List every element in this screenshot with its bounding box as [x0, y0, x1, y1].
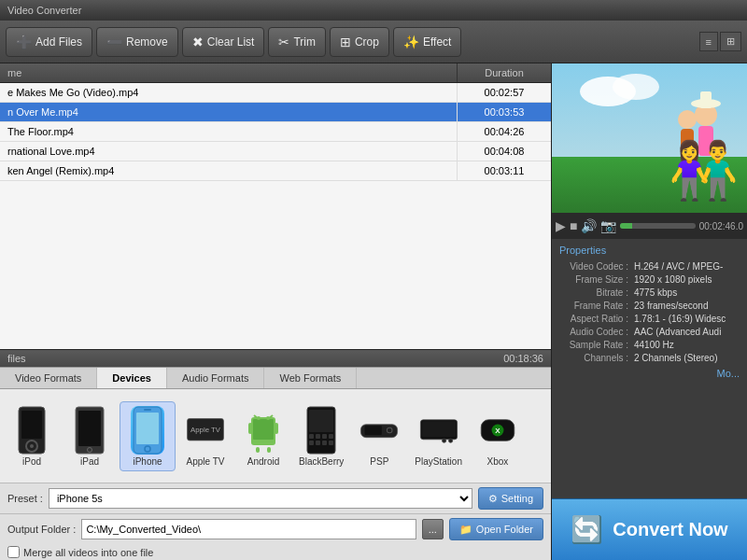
open-folder-button[interactable]: 📁 Open Folder: [449, 518, 543, 540]
prop-val-framesize: 1920 x 1080 pixels: [634, 274, 740, 285]
remove-button[interactable]: ➖ Remove: [96, 27, 178, 57]
tab-audio-formats[interactable]: Audio Formats: [167, 368, 265, 388]
output-path-input[interactable]: [81, 519, 416, 539]
merge-checkbox[interactable]: [7, 546, 20, 558]
svg-rect-26: [316, 434, 320, 439]
xbox-icon: X: [478, 406, 517, 455]
device-item-appletv[interactable]: Apple TV Apple TV: [177, 402, 233, 470]
clear-list-icon: ✖: [192, 35, 204, 49]
xbox-label: Xbox: [487, 456, 509, 467]
col-name-header: me: [0, 63, 458, 82]
preset-select[interactable]: iPhone 5s iPhone 6 iPhone 6 Plus iPhone …: [49, 488, 472, 509]
title-bar: Video Converter: [0, 0, 747, 21]
svg-point-3: [30, 444, 34, 448]
properties-section: Properties Video Codec : H.264 / AVC / M…: [552, 239, 747, 498]
svg-rect-21: [256, 447, 260, 453]
property-row: Frame Size : 1920 x 1080 pixels: [559, 274, 740, 285]
crop-button[interactable]: ⊞ Crop: [330, 27, 389, 57]
android-label: Android: [247, 456, 279, 467]
device-item-android[interactable]: Android: [235, 402, 291, 470]
preview-controls: ▶ ■ 🔊 📷 00:02:46.0: [552, 213, 747, 239]
file-list-container: me Duration e Makes Me Go (Video).mp4 00…: [0, 63, 551, 367]
device-item-xbox[interactable]: X Xbox: [470, 402, 526, 470]
play-button[interactable]: ▶: [556, 218, 566, 233]
property-row: Sample Rate : 44100 Hz: [559, 340, 740, 350]
psp-icon: [359, 406, 399, 455]
tab-headers: Video Formats Devices Audio Formats Web …: [0, 368, 551, 389]
svg-rect-1: [21, 411, 42, 439]
prop-val-videocodec: H.264 / AVC / MPEG-: [634, 261, 740, 272]
device-tabs-area: Video Formats Devices Audio Formats Web …: [0, 367, 551, 483]
file-list: e Makes Me Go (Video).mp4 00:02:57 n Ove…: [0, 83, 551, 349]
property-row: Frame Rate : 23 frames/second: [559, 301, 740, 311]
android-icon: [244, 406, 283, 455]
tab-devices[interactable]: Devices: [97, 368, 167, 388]
right-panel: ▶ ■ 🔊 📷 00:02:46.0 Properties Video Code…: [551, 63, 747, 560]
view-buttons: ≡ ⊞: [699, 32, 741, 51]
table-row[interactable]: The Floor.mp4 00:04:26: [0, 122, 551, 142]
crop-icon: ⊞: [340, 35, 351, 49]
table-row[interactable]: e Makes Me Go (Video).mp4 00:02:57: [0, 83, 551, 103]
tab-web-formats[interactable]: Web Formats: [264, 368, 357, 388]
grid-view-button[interactable]: ⊞: [720, 32, 741, 51]
property-row: Video Codec : H.264 / AVC / MPEG-: [559, 261, 740, 272]
device-item-playstation[interactable]: PlayStation: [409, 402, 468, 470]
device-item-ipad[interactable]: iPad: [62, 402, 118, 470]
svg-rect-19: [248, 423, 252, 434]
property-row: Bitrate : 4775 kbps: [559, 287, 740, 298]
psp-label: PSP: [370, 456, 388, 467]
prop-key-aspectratio: Aspect Ratio :: [559, 314, 634, 324]
toolbar: ➕ Add Files ➖ Remove ✖ Clear List ✂ Trim…: [0, 21, 747, 63]
prop-val-samplerate: 44100 Hz: [634, 340, 740, 350]
ipod-icon: [12, 406, 51, 455]
progress-bar[interactable]: [620, 223, 695, 229]
iphone-icon: [131, 406, 164, 455]
svg-rect-10: [144, 409, 151, 411]
svg-rect-25: [309, 434, 314, 439]
convert-now-button[interactable]: 🔄 Convert Now: [552, 498, 747, 560]
ipod-label: iPod: [22, 456, 41, 467]
svg-rect-24: [309, 410, 333, 432]
svg-rect-30: [322, 441, 327, 445]
output-browse-button[interactable]: ...: [422, 519, 444, 539]
device-item-blackberry[interactable]: BlackBerry: [293, 402, 349, 470]
svg-rect-22: [267, 447, 271, 453]
device-item-ipod[interactable]: iPod: [4, 402, 60, 470]
effect-button[interactable]: ✨ Effect: [393, 27, 461, 57]
clear-list-button[interactable]: ✖ Clear List: [182, 27, 265, 57]
prop-key-framerate: Frame Rate :: [559, 301, 634, 311]
svg-point-38: [448, 439, 452, 442]
file-duration: 00:04:26: [458, 122, 551, 141]
footer-total-duration: 00:18:36: [503, 353, 543, 364]
blackberry-icon: [302, 406, 341, 455]
svg-rect-5: [78, 411, 101, 446]
output-folder-label: Output Folder :: [7, 524, 76, 535]
file-name: e Makes Me Go (Video).mp4: [0, 83, 458, 102]
remove-icon: ➖: [106, 35, 122, 49]
svg-rect-37: [421, 421, 455, 437]
svg-rect-8: [136, 413, 159, 444]
preset-setting-button[interactable]: ⚙ Setting: [478, 487, 543, 510]
table-row[interactable]: ken Angel (Remix).mp4 00:03:11: [0, 161, 551, 181]
merge-row: Merge all videos into one file: [0, 544, 551, 560]
device-item-iphone[interactable]: iPhone: [120, 401, 176, 471]
preview-image: [552, 63, 747, 213]
file-duration: 00:02:57: [458, 83, 551, 102]
stop-button[interactable]: ■: [570, 218, 577, 233]
trim-button[interactable]: ✂ Trim: [268, 27, 326, 57]
table-row[interactable]: rnational Love.mp4 00:04:08: [0, 142, 551, 161]
list-view-button[interactable]: ≡: [699, 32, 718, 51]
more-link[interactable]: Mo...: [559, 366, 740, 381]
screenshot-button[interactable]: 📷: [600, 218, 616, 233]
tab-video-formats[interactable]: Video Formats: [0, 368, 97, 388]
device-item-psp[interactable]: PSP: [351, 402, 407, 470]
file-list-header: me Duration: [0, 63, 551, 83]
setting-icon: ⚙: [488, 493, 498, 505]
preset-label: Preset :: [7, 493, 43, 504]
volume-button[interactable]: 🔊: [581, 218, 597, 233]
add-files-button[interactable]: ➕ Add Files: [6, 27, 92, 57]
playstation-icon: [419, 406, 458, 455]
prop-val-channels: 2 Channels (Stereo): [634, 353, 740, 363]
table-row[interactable]: n Over Me.mp4 00:03:53: [0, 103, 551, 122]
content-area: me Duration e Makes Me Go (Video).mp4 00…: [0, 63, 747, 560]
